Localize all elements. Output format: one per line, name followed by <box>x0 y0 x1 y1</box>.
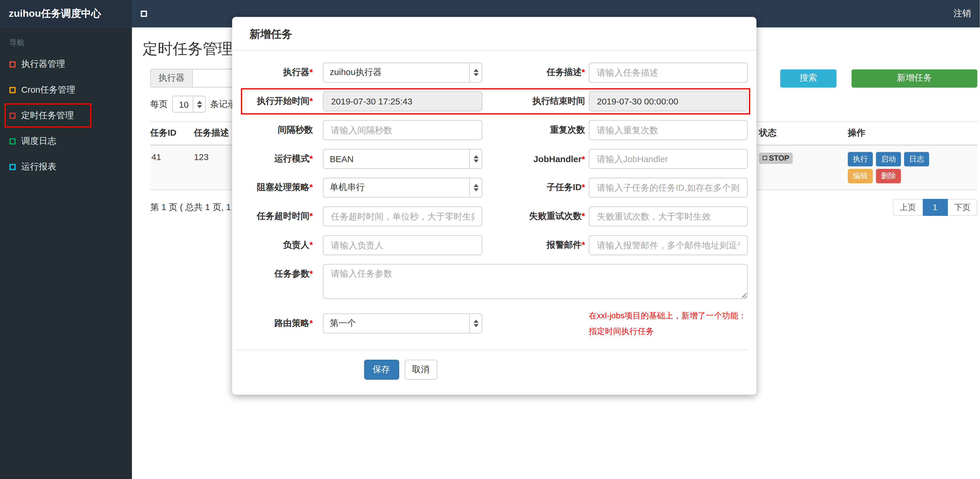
owner-label: 负责人* <box>235 240 323 251</box>
repeat-label: 重复次数 <box>482 124 589 136</box>
sidebar-item-run-report[interactable]: 运行报表 <box>0 154 132 180</box>
edit-button[interactable]: 编辑 <box>848 169 873 183</box>
per-page-value: 10 <box>173 99 193 109</box>
sidebar-item-executor-manage[interactable]: 执行器管理 <box>0 51 132 77</box>
block-strategy-select[interactable]: 单机串行 <box>323 178 482 198</box>
save-button[interactable]: 保存 <box>364 360 399 380</box>
start-button[interactable]: 启动 <box>876 152 901 167</box>
per-page-select[interactable]: 10 <box>172 95 206 112</box>
square-icon <box>10 61 16 67</box>
sidebar-item-timed-task[interactable]: 定时任务管理 <box>0 103 132 128</box>
sidebar-item-label: 执行器管理 <box>21 59 65 70</box>
job-handler-input[interactable] <box>589 149 748 169</box>
square-icon <box>10 138 16 144</box>
search-button[interactable]: 搜索 <box>780 69 836 88</box>
select-arrows-icon <box>469 150 482 168</box>
end-time-label: 执行结束时间 <box>482 95 589 107</box>
interval-label: 间隔秒数 <box>235 124 323 136</box>
sidebar-item-label: 定时任务管理 <box>21 110 74 121</box>
child-job-label: 子任务ID* <box>482 182 589 193</box>
cell-task-id: 41 <box>150 152 194 162</box>
cancel-button[interactable]: 取消 <box>404 360 437 380</box>
sidebar: 导航 执行器管理 Cron任务管理 定时任务管理 调度日志 运行报表 <box>0 28 132 479</box>
job-handler-label: JobHandler* <box>482 154 589 164</box>
sidebar-toggle-icon[interactable] <box>141 11 147 17</box>
select-arrows-icon <box>193 96 205 112</box>
feature-note: 在xxl-jobs项目的基础上，新增了一个功能： 指定时间执行任务 <box>589 308 752 339</box>
owner-input[interactable] <box>323 235 482 255</box>
header-actions: 操作 <box>848 122 977 145</box>
stop-square-icon <box>763 156 767 160</box>
glue-type-select[interactable]: BEAN <box>323 149 482 169</box>
job-param-label: 任务参数* <box>235 264 323 280</box>
page-1-button[interactable]: 1 <box>923 199 948 216</box>
add-task-button[interactable]: 新增任务 <box>851 69 977 88</box>
start-time-input[interactable] <box>323 91 482 111</box>
select-arrows-icon <box>469 314 482 333</box>
delete-button[interactable]: 删除 <box>876 169 901 183</box>
interval-input[interactable] <box>323 120 482 140</box>
job-desc-label: 任务描述* <box>482 67 589 78</box>
header-task-id: 任务ID <box>150 122 194 145</box>
start-time-label: 执行开始时间* <box>235 95 323 107</box>
sidebar-item-label: 调度日志 <box>21 135 56 146</box>
square-icon <box>10 164 16 170</box>
route-strategy-label: 路由策略* <box>235 318 323 329</box>
add-task-modal: 新增任务 执行器* zuihou执行器 任务描述* 执行开始 <box>232 17 757 395</box>
retry-input[interactable] <box>589 207 748 226</box>
log-button[interactable]: 日志 <box>904 152 929 167</box>
timeout-label: 任务超时时间* <box>235 211 323 222</box>
block-strategy-label: 阻塞处理策略* <box>235 182 323 193</box>
logout-link[interactable]: 注销 <box>953 8 971 19</box>
glue-type-label: 运行模式* <box>235 153 323 164</box>
sidebar-item-cron-task[interactable]: Cron任务管理 <box>0 77 132 102</box>
app-brand[interactable]: zuihou任务调度中心 <box>0 0 132 28</box>
header-status: 状态 <box>759 122 848 145</box>
timeout-input[interactable] <box>323 207 482 226</box>
end-time-input[interactable] <box>589 91 748 111</box>
child-job-input[interactable] <box>589 178 748 198</box>
job-desc-input[interactable] <box>589 63 748 83</box>
route-strategy-select[interactable]: 第一个 <box>323 313 482 333</box>
prev-page-button[interactable]: 上页 <box>893 199 923 216</box>
per-page-label: 每页 <box>150 99 168 110</box>
run-button[interactable]: 执行 <box>848 152 873 167</box>
sidebar-section-label: 导航 <box>0 33 132 51</box>
status-badge: STOP <box>759 153 793 164</box>
retry-label: 失败重试次数* <box>482 211 589 222</box>
square-icon <box>10 112 16 119</box>
screen: zuihou任务调度中心 注销 导航 执行器管理 Cron任务管理 定时任务管理… <box>0 0 980 479</box>
modal-title: 新增任务 <box>232 17 757 51</box>
executor-filter-label: 执行器 <box>150 69 192 88</box>
select-arrows-icon <box>469 63 482 82</box>
square-icon <box>10 86 16 93</box>
executor-label: 执行器* <box>235 67 323 78</box>
select-arrows-icon <box>469 178 482 197</box>
executor-select[interactable]: zuihou执行器 <box>323 63 482 83</box>
sidebar-item-label: Cron任务管理 <box>21 84 75 95</box>
repeat-input[interactable] <box>589 120 748 140</box>
sidebar-item-label: 运行报表 <box>21 161 56 172</box>
job-param-textarea[interactable] <box>323 264 748 299</box>
sidebar-item-dispatch-log[interactable]: 调度日志 <box>0 128 132 154</box>
alarm-email-label: 报警邮件* <box>482 240 589 251</box>
alarm-email-input[interactable] <box>589 235 748 255</box>
next-page-button[interactable]: 下页 <box>948 199 977 216</box>
